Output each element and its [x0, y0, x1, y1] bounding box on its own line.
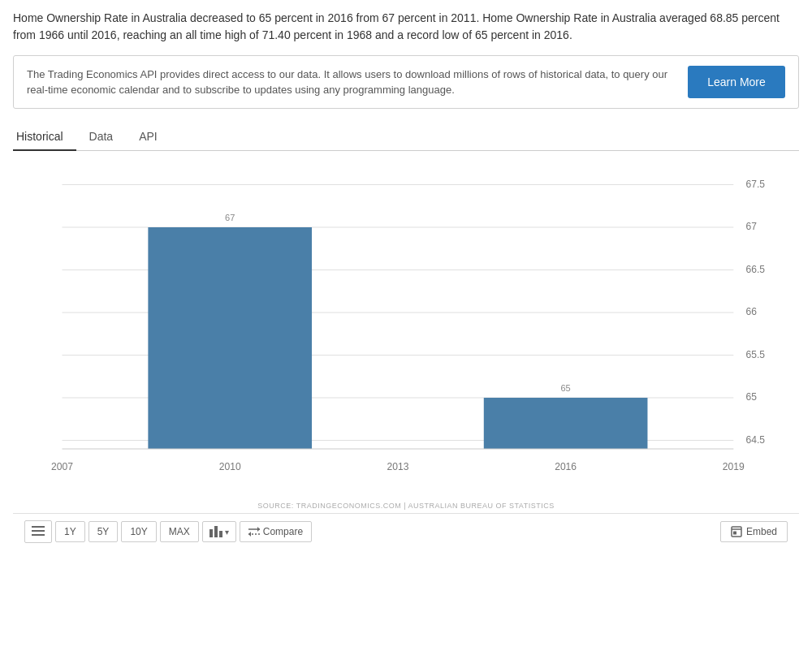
1y-button[interactable]: 1Y	[55, 521, 85, 542]
svg-rect-24	[32, 534, 45, 536]
svg-text:65: 65	[745, 391, 757, 403]
chart-type-button[interactable]: ▾	[202, 521, 236, 542]
svg-text:66: 66	[745, 306, 757, 317]
svg-rect-23	[32, 530, 45, 532]
10y-button[interactable]: 10Y	[121, 521, 156, 542]
bar-2010	[148, 227, 312, 449]
chart-source: SOURCE: TRADINGECONOMICS.COM | AUSTRALIA…	[13, 502, 799, 510]
svg-text:67: 67	[225, 212, 235, 222]
tab-data[interactable]: Data	[76, 123, 127, 151]
tab-api[interactable]: API	[126, 123, 171, 151]
svg-text:2010: 2010	[219, 461, 241, 472]
svg-text:65.5: 65.5	[745, 348, 765, 360]
svg-text:2019: 2019	[723, 461, 745, 472]
bar-2016	[484, 398, 648, 449]
compare-button[interactable]: Compare	[240, 521, 312, 542]
main-container: Home Ownership Rate in Australia decreas…	[0, 0, 812, 550]
menu-icon	[32, 526, 45, 536]
chart-type-arrow: ▾	[225, 528, 229, 537]
api-banner: The Trading Economics API provides direc…	[13, 55, 799, 109]
chart-svg: 64.5 65 65.5 66 66.5 67 67.5 2007 2010 2…	[13, 159, 799, 500]
learn-more-button[interactable]: Learn More	[688, 66, 785, 98]
embed-button[interactable]: Embed	[720, 521, 788, 542]
bottom-toolbar: 1Y 5Y 10Y MAX ▾ Compare	[13, 513, 799, 550]
svg-text:66.5: 66.5	[745, 263, 765, 274]
svg-marker-31	[248, 532, 251, 537]
svg-text:2007: 2007	[51, 461, 73, 472]
svg-rect-34	[733, 532, 736, 535]
embed-icon	[731, 526, 742, 537]
chart-area: 64.5 65 65.5 66 66.5 67 67.5 2007 2010 2…	[13, 159, 799, 500]
svg-text:67.5: 67.5	[745, 178, 765, 189]
menu-button[interactable]	[24, 520, 52, 543]
compare-icon	[248, 527, 260, 537]
bar-chart-icon	[209, 526, 222, 537]
tab-historical[interactable]: Historical	[13, 123, 76, 151]
svg-marker-30	[257, 527, 260, 532]
svg-rect-27	[219, 531, 222, 537]
svg-rect-26	[214, 526, 218, 537]
api-banner-text: The Trading Economics API provides direc…	[27, 67, 672, 98]
svg-rect-22	[32, 526, 45, 528]
tabs-container: Historical Data API	[13, 123, 799, 151]
5y-button[interactable]: 5Y	[89, 521, 119, 542]
svg-text:65: 65	[560, 382, 570, 392]
svg-text:64.5: 64.5	[745, 433, 765, 445]
svg-text:2013: 2013	[387, 461, 408, 472]
svg-rect-25	[209, 529, 213, 537]
description-text: Home Ownership Rate in Australia decreas…	[13, 10, 799, 44]
svg-text:2016: 2016	[555, 461, 577, 472]
max-button[interactable]: MAX	[160, 521, 199, 542]
svg-text:67: 67	[745, 221, 757, 232]
